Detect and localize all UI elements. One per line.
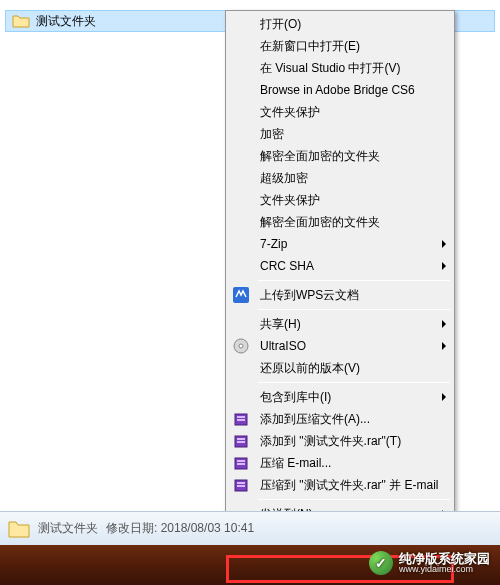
context-menu: 打开(O) 在新窗口中打开(E) 在 Visual Studio 中打开(V) … (225, 10, 455, 585)
menu-include-lib-label: 包含到库中(I) (260, 389, 331, 406)
menu-folder-protect-1[interactable]: 文件夹保护 (228, 101, 452, 123)
menu-open-vs-label: 在 Visual Studio 中打开(V) (260, 60, 401, 77)
wps-icon (233, 287, 249, 303)
status-date: 修改日期: 2018/08/03 10:41 (106, 521, 254, 535)
menu-folder-protect-2-label: 文件夹保护 (260, 192, 320, 209)
winrar-icon (233, 433, 249, 449)
menu-separator (258, 309, 450, 310)
submenu-arrow-icon (442, 240, 446, 248)
menu-share[interactable]: 共享(H) (228, 313, 452, 335)
winrar-icon (233, 477, 249, 493)
menu-encrypt-label: 加密 (260, 126, 284, 143)
svg-rect-11 (237, 463, 245, 465)
menu-add-rar[interactable]: 添加到 "测试文件夹.rar"(T) (228, 430, 452, 452)
watermark-logo-icon: ✓ (369, 551, 393, 575)
svg-rect-10 (237, 460, 245, 462)
submenu-arrow-icon (442, 320, 446, 328)
menu-compress-rar-email[interactable]: 压缩到 "测试文件夹.rar" 并 E-mail (228, 474, 452, 496)
status-text: 测试文件夹 (38, 521, 98, 535)
menu-folder-protect-1-label: 文件夹保护 (260, 104, 320, 121)
menu-compress-email[interactable]: 压缩 E-mail... (228, 452, 452, 474)
svg-rect-8 (237, 441, 245, 443)
menu-decrypt-all-1[interactable]: 解密全面加密的文件夹 (228, 145, 452, 167)
submenu-arrow-icon (442, 342, 446, 350)
ultraiso-icon (233, 338, 249, 354)
menu-7zip[interactable]: 7-Zip (228, 233, 452, 255)
menu-add-archive[interactable]: 添加到压缩文件(A)... (228, 408, 452, 430)
file-name: 测试文件夹 (36, 13, 196, 30)
menu-super-encrypt[interactable]: 超级加密 (228, 167, 452, 189)
menu-super-encrypt-label: 超级加密 (260, 170, 308, 187)
menu-crc-sha-label: CRC SHA (260, 259, 314, 273)
svg-rect-7 (237, 438, 245, 440)
menu-share-label: 共享(H) (260, 316, 301, 333)
menu-browse-bridge-label: Browse in Adobe Bridge CS6 (260, 83, 415, 97)
menu-open-new-window-label: 在新窗口中打开(E) (260, 38, 360, 55)
menu-add-archive-label: 添加到压缩文件(A)... (260, 411, 370, 428)
svg-rect-4 (237, 416, 245, 418)
menu-encrypt[interactable]: 加密 (228, 123, 452, 145)
menu-open-label: 打开(O) (260, 16, 301, 33)
menu-compress-email-label: 压缩 E-mail... (260, 455, 331, 472)
status-name: 测试文件夹 (38, 521, 98, 535)
winrar-icon (233, 411, 249, 427)
svg-rect-14 (237, 485, 245, 487)
menu-separator (258, 280, 450, 281)
menu-ultraiso-label: UltraISO (260, 339, 306, 353)
menu-open-vs[interactable]: 在 Visual Studio 中打开(V) (228, 57, 452, 79)
svg-point-2 (239, 344, 243, 348)
svg-rect-5 (237, 419, 245, 421)
menu-7zip-label: 7-Zip (260, 237, 287, 251)
menu-restore-prev-label: 还原以前的版本(V) (260, 360, 360, 377)
menu-decrypt-all-1-label: 解密全面加密的文件夹 (260, 148, 380, 165)
svg-rect-13 (237, 482, 245, 484)
menu-wps-upload[interactable]: 上传到WPS云文档 (228, 284, 452, 306)
watermark-url: www.yidaimei.com (399, 565, 490, 574)
menu-decrypt-all-2[interactable]: 解密全面加密的文件夹 (228, 211, 452, 233)
menu-open-new-window[interactable]: 在新窗口中打开(E) (228, 35, 452, 57)
menu-restore-prev[interactable]: 还原以前的版本(V) (228, 357, 452, 379)
menu-separator (258, 499, 450, 500)
status-bar: 测试文件夹 修改日期: 2018/08/03 10:41 (0, 511, 500, 545)
menu-compress-rar-email-label: 压缩到 "测试文件夹.rar" 并 E-mail (260, 477, 439, 494)
winrar-icon (233, 455, 249, 471)
submenu-arrow-icon (442, 262, 446, 270)
menu-separator (258, 382, 450, 383)
watermark: ✓ 纯净版系统家园 www.yidaimei.com (369, 551, 490, 575)
menu-add-rar-label: 添加到 "测试文件夹.rar"(T) (260, 433, 401, 450)
menu-folder-protect-2[interactable]: 文件夹保护 (228, 189, 452, 211)
menu-crc-sha[interactable]: CRC SHA (228, 255, 452, 277)
menu-open[interactable]: 打开(O) (228, 13, 452, 35)
menu-decrypt-all-2-label: 解密全面加密的文件夹 (260, 214, 380, 231)
menu-wps-upload-label: 上传到WPS云文档 (260, 287, 359, 304)
folder-icon (8, 520, 30, 538)
menu-ultraiso[interactable]: UltraISO (228, 335, 452, 357)
menu-browse-bridge[interactable]: Browse in Adobe Bridge CS6 (228, 79, 452, 101)
menu-include-lib[interactable]: 包含到库中(I) (228, 386, 452, 408)
submenu-arrow-icon (442, 393, 446, 401)
folder-icon (12, 14, 30, 28)
